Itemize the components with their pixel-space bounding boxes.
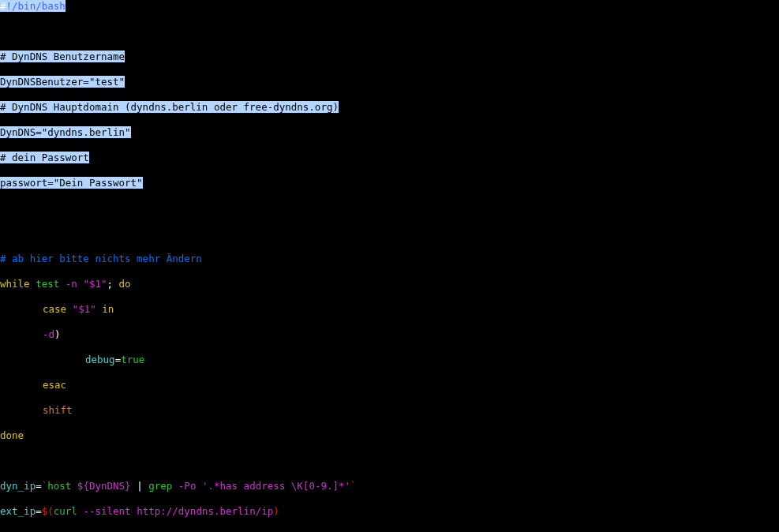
val-benutzer: "test" [89,76,125,88]
kw-do: do [119,278,131,290]
subshell-open: $( [42,505,54,517]
arg-dollar1: "$1" [83,278,107,290]
opt-silent: --silent [83,505,130,517]
cmd-curl: curl [54,505,77,517]
assign-op: = [47,177,54,189]
cmd-test: test [36,278,59,290]
cmd-grep: grep [148,480,172,492]
val-dyndns: "dyndns.berlin" [42,126,131,138]
comment-pass: # dein Passwort [0,152,89,163]
shebang-bang: ! [6,0,13,12]
var-dyndns: DynDNS [0,126,36,138]
assign-op: = [36,126,42,138]
url: http://dyndns.berlin/ip [137,505,273,517]
pipe: | [137,480,143,492]
val-true: true [121,354,144,365]
var-dynip: dyn_ip [0,480,36,492]
backtick: ` [350,480,357,492]
cmd-host: host [47,480,71,492]
var-debug: debug [85,354,115,365]
kw-shift: shift [43,404,73,416]
regex: '.*has address \K[0-9.]*' [202,480,350,492]
var-benutzer: DynDNSBenutzer [0,76,83,88]
subshell-close: ) [273,505,279,517]
assign-op: = [83,76,89,88]
semi: ; [107,278,114,290]
code-block: #!/bin/bash # DynDNS Benutzername DynDNS… [0,0,779,532]
comment-domain: # DynDNS Hauptdomain (dyndns.berlin oder… [0,101,339,113]
shebang-hash: # [0,0,6,12]
comment-stop: # ab hier bitte nichts mehr Ändern [0,253,202,264]
kw-case: case [43,303,66,315]
case-opt-d: -d [43,328,54,340]
assign-op: = [36,480,42,492]
arg-dyndns: ${DynDNS} [77,480,131,492]
var-extip: ext_ip [0,505,36,517]
kw-in: in [102,303,114,315]
comment-user: # DynDNS Benutzername [0,51,125,62]
case-arg: "$1" [73,303,96,315]
kw-while: while [0,278,30,290]
paren: ) [54,328,61,340]
kw-done: done [0,429,24,441]
val-passwort: "Dein Passwort" [54,177,143,189]
opt-po: -Po [178,480,197,492]
assign-op: = [36,505,42,517]
kw-esac: esac [43,379,66,391]
shebang-path: /bin/bash [12,0,66,12]
var-passwort: passwort [0,177,47,189]
opt-n: -n [66,278,77,290]
